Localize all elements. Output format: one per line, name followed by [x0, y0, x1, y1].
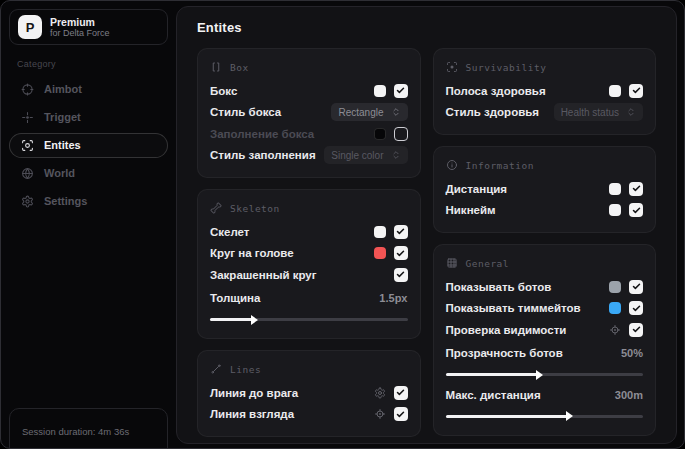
- settings-row: Скелет: [210, 221, 408, 243]
- checkbox[interactable]: [629, 84, 643, 98]
- setting-label: Линия до врага: [210, 387, 298, 399]
- cards-grid: BoxБоксСтиль боксаRectangleЗаполнение бо…: [197, 48, 656, 437]
- row-controls: [609, 323, 643, 337]
- card-lines: LinesЛиния до врагаЛиния взгляда: [197, 350, 421, 437]
- checkbox[interactable]: [629, 182, 643, 196]
- settings-row: Проверка видимости: [446, 319, 644, 341]
- slider-thumb[interactable]: [251, 315, 258, 325]
- color-swatch[interactable]: [609, 302, 621, 314]
- setting-label: Показывать тиммейтов: [446, 302, 581, 314]
- color-swatch[interactable]: [609, 204, 621, 216]
- sidebar-item-label: Settings: [44, 195, 87, 207]
- settings-row: Показывать ботов: [446, 276, 644, 298]
- color-swatch[interactable]: [374, 128, 386, 140]
- select-input[interactable]: Single color: [324, 146, 407, 164]
- checkbox[interactable]: [394, 268, 408, 282]
- settings-row: Дистанция: [446, 178, 644, 200]
- card-header: Survivability: [446, 61, 644, 73]
- color-swatch[interactable]: [609, 281, 621, 293]
- row-controls: [374, 84, 408, 98]
- slider-track[interactable]: [446, 415, 644, 418]
- card-general: GeneralПоказывать ботовПоказывать тиммей…: [433, 244, 657, 436]
- sidebar-item-label: World: [44, 167, 75, 179]
- info-icon: [446, 159, 458, 171]
- card-header: Information: [446, 159, 644, 171]
- page-title: Entites: [197, 20, 656, 35]
- checkbox[interactable]: [629, 323, 643, 337]
- select-input[interactable]: Health status: [554, 103, 643, 121]
- sidebar-nav: AimbotTriggetEntitesWorldSettings: [1, 75, 176, 215]
- main-panel: Entites BoxБоксСтиль боксаRectangleЗапол…: [176, 6, 677, 444]
- checkbox[interactable]: [394, 84, 408, 98]
- settings-row: Заполнение бокса: [210, 123, 408, 145]
- slider-head: Толщина1.5px: [210, 288, 408, 310]
- slider-head: Макс. дистанция300m: [446, 384, 644, 406]
- card-survivability: SurvivabilityПолоса здоровьяСтиль здоров…: [433, 48, 657, 135]
- setting-label: Проверка видимости: [446, 324, 567, 336]
- setting-label: Стиль здоровья: [446, 106, 540, 118]
- color-swatch[interactable]: [609, 85, 621, 97]
- card-title: Skeleton: [230, 203, 280, 214]
- card-skeleton: SkeletonСкелетКруг на головеЗакрашенный …: [197, 189, 421, 339]
- setting-label: Макс. дистанция: [446, 389, 541, 401]
- sidebar-item-world[interactable]: World: [9, 161, 168, 186]
- color-swatch[interactable]: [609, 183, 621, 195]
- card-title: Box: [230, 62, 249, 73]
- category-label: Category: [17, 59, 176, 69]
- slider-head: Прозрачность ботов50%: [446, 343, 644, 365]
- slider-track[interactable]: [446, 373, 644, 376]
- sidebar-item-entites[interactable]: Entites: [9, 133, 168, 158]
- settings-row: Никнейм: [446, 200, 644, 222]
- row-controls: [609, 301, 643, 315]
- session-duration-label: Session duration: 4m 36s: [22, 426, 129, 437]
- row-controls: [374, 407, 408, 421]
- sidebar-item-settings[interactable]: Settings: [9, 189, 168, 214]
- slider-thumb[interactable]: [536, 370, 543, 380]
- checkbox[interactable]: [394, 407, 408, 421]
- sidebar-item-trigget[interactable]: Trigget: [9, 105, 168, 130]
- slider-track[interactable]: [210, 318, 408, 321]
- settings-row: Бокс: [210, 80, 408, 102]
- setting-label: Скелет: [210, 226, 250, 238]
- checkbox[interactable]: [629, 280, 643, 294]
- session-duration-box: Session duration: 4m 36s: [9, 408, 168, 449]
- setting-label: Стиль заполнения: [210, 149, 316, 161]
- checkbox[interactable]: [394, 386, 408, 400]
- sidebar-item-label: Aimbot: [44, 83, 82, 95]
- slider-setting: Толщина1.5px: [210, 288, 408, 328]
- row-controls: [609, 280, 643, 294]
- settings-row: Линия до врага: [210, 382, 408, 404]
- row-controls: [374, 225, 408, 239]
- settings-row: Стиль заполненияSingle color: [210, 145, 408, 167]
- row-controls: [374, 386, 408, 400]
- setting-label: Бокс: [210, 85, 237, 97]
- chevrons-up-down-icon: [391, 150, 401, 160]
- checkbox[interactable]: [394, 225, 408, 239]
- crosshair-icon: [21, 83, 34, 96]
- row-controls: [374, 127, 408, 141]
- slider-setting: Макс. дистанция300m: [446, 384, 644, 424]
- row-controls: Single color: [324, 146, 407, 164]
- slider-value: 300m: [615, 389, 643, 401]
- cards-column-0: BoxБоксСтиль боксаRectangleЗаполнение бо…: [197, 48, 421, 437]
- row-controls: [609, 84, 643, 98]
- checkbox[interactable]: [629, 301, 643, 315]
- settings-row: Линия взгляда: [210, 404, 408, 426]
- checkbox[interactable]: [394, 127, 408, 141]
- slider-fill: [446, 373, 539, 376]
- world-icon: [21, 167, 34, 180]
- color-swatch[interactable]: [374, 226, 386, 238]
- color-swatch[interactable]: [374, 85, 386, 97]
- setting-label: Толщина: [210, 292, 260, 304]
- settings-row: Показывать тиммейтов: [446, 298, 644, 320]
- slider-thumb[interactable]: [566, 411, 573, 421]
- checkbox[interactable]: [394, 246, 408, 260]
- sidebar-item-aimbot[interactable]: Aimbot: [9, 77, 168, 102]
- color-swatch[interactable]: [374, 247, 386, 259]
- sidebar-item-label: Trigget: [44, 111, 81, 123]
- cards-column-1: SurvivabilityПолоса здоровьяСтиль здоров…: [433, 48, 657, 436]
- checkbox[interactable]: [629, 203, 643, 217]
- select-input[interactable]: Rectangle: [331, 103, 407, 121]
- entities-icon: [21, 139, 34, 152]
- card-box: BoxБоксСтиль боксаRectangleЗаполнение бо…: [197, 48, 421, 178]
